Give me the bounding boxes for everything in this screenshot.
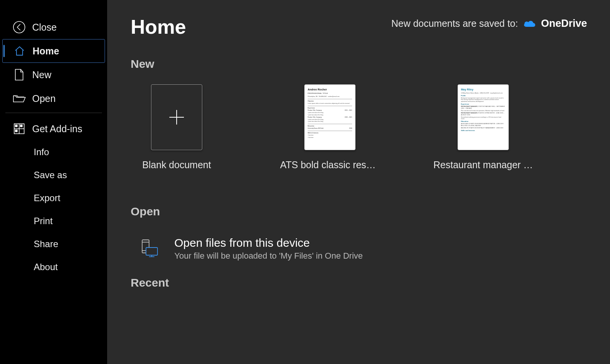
sidebar-item-share[interactable]: Share bbox=[0, 233, 107, 256]
sidebar-item-open[interactable]: Open bbox=[0, 87, 107, 110]
open-files-title: Open files from this device bbox=[174, 236, 363, 249]
sidebar-item-saveas[interactable]: Save as bbox=[0, 164, 107, 187]
open-text-block: Open files from this device Your file wi… bbox=[174, 236, 363, 261]
open-label: Open bbox=[32, 93, 56, 104]
device-icon bbox=[139, 238, 160, 259]
print-label: Print bbox=[34, 216, 52, 226]
svg-rect-5 bbox=[20, 125, 22, 127]
about-label: About bbox=[34, 262, 58, 272]
svg-point-0 bbox=[13, 21, 25, 33]
sidebar-item-about[interactable]: About bbox=[0, 256, 107, 279]
template-label: Restaurant manager r… bbox=[433, 159, 533, 171]
close-label: Close bbox=[32, 22, 57, 33]
resume-thumb: Andree Rocher PROFESSIONAL TITLE Philade… bbox=[304, 84, 356, 150]
save-note-text: New documents are saved to: bbox=[391, 18, 518, 29]
template-restaurant-manager[interactable]: May Riley 123 Any Street, Baton, Alaska … bbox=[445, 84, 521, 171]
folder-open-icon bbox=[11, 93, 27, 103]
home-icon bbox=[12, 45, 27, 57]
blank-thumb bbox=[151, 84, 202, 150]
sidebar-item-export[interactable]: Export bbox=[0, 187, 107, 210]
resume-subtitle: PROFESSIONAL TITLE bbox=[308, 92, 352, 95]
section-recent-title: Recent bbox=[131, 276, 587, 289]
svg-rect-12 bbox=[146, 248, 157, 255]
export-label: Export bbox=[34, 193, 60, 203]
new-label: New bbox=[32, 69, 51, 80]
sidebar-item-addins[interactable]: Get Add-ins bbox=[0, 117, 107, 141]
document-icon bbox=[11, 69, 27, 81]
cloud-icon bbox=[523, 19, 536, 28]
section-open-title: Open bbox=[131, 205, 587, 218]
main-content: Home New documents are saved to: OneDriv… bbox=[107, 0, 610, 364]
sidebar-item-print[interactable]: Print bbox=[0, 210, 107, 233]
template-blank-document[interactable]: Blank document bbox=[138, 84, 215, 171]
share-label: Share bbox=[34, 239, 58, 249]
home-label: Home bbox=[33, 46, 59, 57]
header-row: Home New documents are saved to: OneDriv… bbox=[131, 15, 587, 38]
manager-thumb: May Riley 123 Any Street, Baton, Alaska … bbox=[458, 84, 509, 150]
section-new-title: New bbox=[131, 57, 587, 71]
open-from-device[interactable]: Open files from this device Your file wi… bbox=[131, 232, 587, 276]
close-button[interactable]: Close bbox=[0, 15, 107, 39]
sidebar-item-home[interactable]: Home bbox=[2, 39, 105, 63]
template-row: Blank document Andree Rocher PROFESSIONA… bbox=[131, 84, 587, 171]
backstage-sidebar: Close Home New bbox=[0, 0, 107, 364]
resume-name: Andree Rocher bbox=[308, 88, 352, 92]
back-arrow-icon bbox=[11, 21, 27, 34]
sidebar-item-info[interactable]: Info bbox=[0, 141, 107, 164]
info-label: Info bbox=[34, 147, 49, 157]
template-label: Blank document bbox=[142, 159, 211, 171]
template-ats-resume[interactable]: Andree Rocher PROFESSIONAL TITLE Philade… bbox=[292, 84, 368, 171]
open-files-subtitle: Your file will be uploaded to 'My Files'… bbox=[174, 251, 363, 261]
template-label: ATS bold classic resu… bbox=[280, 159, 380, 171]
plus-icon bbox=[168, 108, 185, 126]
addins-label: Get Add-ins bbox=[32, 123, 82, 134]
page-title: Home bbox=[131, 15, 186, 38]
save-target-info: New documents are saved to: OneDrive bbox=[391, 15, 587, 30]
manager-name: May Riley bbox=[461, 88, 505, 92]
svg-rect-6 bbox=[15, 130, 17, 132]
addins-grid-icon bbox=[11, 123, 27, 134]
sidebar-divider bbox=[5, 113, 102, 113]
sidebar-item-new[interactable]: New bbox=[0, 63, 107, 87]
onedrive-label: OneDrive bbox=[541, 18, 587, 30]
saveas-label: Save as bbox=[34, 170, 67, 180]
svg-rect-4 bbox=[15, 125, 17, 127]
